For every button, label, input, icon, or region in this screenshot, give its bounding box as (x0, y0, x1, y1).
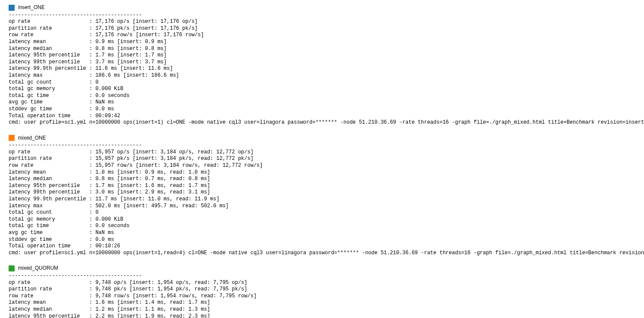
metric-label: latency mean (9, 299, 86, 306)
metric-separator: : (86, 286, 96, 292)
metric-label: latency 99.9th percentile (9, 196, 86, 202)
metric-label: latency 95th percentile (9, 313, 86, 318)
metric-label: Total operation time (9, 113, 86, 119)
metric-label: op rate (9, 149, 86, 155)
metric-label: total gc count (9, 79, 86, 85)
metric-separator: : (86, 46, 96, 52)
metric-separator: : (86, 176, 96, 182)
cmd-line: cmd: user profile=sc1.yml n=10000000 ops… (9, 119, 635, 126)
metric-separator: : (86, 25, 96, 31)
metric-row: total gc time : 0.0 seconds (9, 93, 635, 100)
metric-value: 0.0 ms (96, 106, 114, 112)
metric-separator: : (86, 99, 96, 105)
metric-separator: : (86, 306, 96, 312)
metric-row: partition rate : 15,957 pk/s [insert: 3,… (9, 156, 635, 162)
section-header: mixed_QUORUM (9, 265, 635, 272)
divider-dashes: ----------------------------------------… (9, 273, 635, 280)
metric-separator: : (86, 162, 96, 168)
metric-row: avg gc time : NaN ms (9, 99, 635, 106)
benchmark-report: insert_ONE------------------------------… (9, 4, 635, 318)
metric-value: 11.7 ms [insert: 11.0 ms, read: 11.9 ms] (96, 196, 220, 202)
metric-value: 0.000 KiB (96, 216, 124, 222)
metric-value: 00:10:26 (96, 243, 121, 249)
metric-row: Total operation time : 00:09:42 (9, 113, 635, 120)
metric-label: latency 99.9th percentile (9, 65, 86, 72)
metric-row: latency 99.9th percentile : 11.7 ms [ins… (9, 196, 635, 203)
metric-row: stddev gc time : 0.0 ms (9, 106, 635, 113)
metric-separator: : (86, 189, 96, 195)
metric-value: 11.6 ms [insert: 11.6 ms] (96, 65, 173, 72)
metric-label: latency 99th percentile (9, 189, 86, 195)
metric-value: 17,176 op/s [insert: 17,176 op/s] (96, 19, 198, 25)
section-title: insert_ONE (18, 4, 45, 11)
metric-value: 17,176 row/s [insert: 17,176 row/s] (96, 32, 204, 38)
metric-row: row rate : 17,176 row/s [insert: 17,176 … (9, 32, 635, 39)
metric-row: latency 95th percentile : 2.2 ms [insert… (9, 313, 635, 318)
metric-row: total gc memory : 0.000 KiB (9, 86, 635, 93)
metric-value: 1.2 ms [insert: 1.1 ms, read: 1.3 ms] (96, 306, 210, 312)
metric-label: total gc memory (9, 86, 86, 92)
metric-row: total gc count : 0 (9, 209, 635, 216)
metric-row: latency mean : 1.6 ms [insert: 1.4 ms, r… (9, 299, 635, 306)
metric-row: total gc time : 0.0 seconds (9, 223, 635, 230)
metric-value: 1.0 ms [insert: 0.9 ms, read: 1.0 ms] (96, 169, 210, 175)
cmd-line: cmd: user profile=sc1.yml n=10000000 ops… (9, 250, 635, 257)
metric-row: latency max : 502.0 ms [insert: 495.7 ms… (9, 203, 635, 210)
benchmark-section: mixed_QUORUM----------------------------… (9, 265, 635, 318)
metric-row: row rate : 9,748 row/s [insert: 1,954 ro… (9, 293, 635, 300)
metric-separator: : (86, 59, 96, 65)
section-title: mixed_ONE (18, 135, 46, 142)
metric-separator: : (86, 32, 96, 38)
metric-label: latency max (9, 72, 86, 78)
metric-row: total gc memory : 0.000 KiB (9, 216, 635, 223)
metric-label: stddev gc time (9, 106, 86, 112)
metric-separator: : (86, 183, 96, 189)
metric-separator: : (86, 39, 96, 45)
section-header: mixed_ONE (9, 135, 635, 142)
metric-row: latency mean : 1.0 ms [insert: 0.9 ms, r… (9, 169, 635, 176)
metric-label: avg gc time (9, 99, 86, 105)
metric-separator: : (86, 93, 96, 99)
metric-row: latency mean : 0.9 ms [insert: 0.9 ms] (9, 39, 635, 46)
metric-separator: : (86, 293, 96, 299)
metric-value: 0 (96, 79, 99, 85)
metric-separator: : (86, 86, 96, 92)
metric-separator: : (86, 313, 96, 318)
metric-row: Total operation time : 00:10:26 (9, 243, 635, 250)
metric-value: 2.2 ms [insert: 1.9 ms, read: 2.3 ms] (96, 313, 210, 318)
color-swatch-icon (9, 135, 15, 141)
metric-value: 00:09:42 (96, 113, 121, 119)
metric-label: total gc memory (9, 216, 86, 222)
metric-label: latency median (9, 306, 86, 312)
metric-separator: : (86, 72, 96, 78)
metric-value: 9,748 op/s [insert: 1,954 op/s, read: 7,… (96, 280, 248, 286)
metric-label: row rate (9, 162, 86, 168)
metric-separator: : (86, 237, 96, 243)
divider-dashes: ----------------------------------------… (9, 12, 635, 19)
metric-row: latency median : 0.8 ms [insert: 0.8 ms] (9, 46, 635, 53)
metric-label: latency 95th percentile (9, 52, 86, 58)
metric-separator: : (86, 169, 96, 175)
metric-value: 0.9 ms [insert: 0.9 ms] (96, 39, 167, 45)
metric-separator: : (86, 196, 96, 202)
metric-value: 1.6 ms [insert: 1.4 ms, read: 1.7 ms] (96, 299, 210, 306)
metric-label: total gc time (9, 223, 86, 229)
metric-value: 15,957 row/s [insert: 3,184 row/s, read:… (96, 162, 263, 168)
benchmark-section: insert_ONE------------------------------… (9, 4, 635, 126)
metric-row: stddev gc time : 0.0 ms (9, 237, 635, 243)
metric-value: 1.7 ms [insert: 1.7 ms] (96, 52, 167, 58)
metric-label: latency mean (9, 169, 86, 175)
divider-dashes: ----------------------------------------… (9, 142, 635, 149)
metric-value: 0.0 ms (96, 237, 114, 243)
metric-value: 0 (96, 209, 99, 215)
metric-label: Total operation time (9, 243, 86, 249)
metric-value: 0.0 seconds (96, 223, 130, 229)
metric-separator: : (86, 223, 96, 229)
metric-row: latency 99th percentile : 3.7 ms [insert… (9, 59, 635, 66)
section-title: mixed_QUORUM (18, 265, 58, 272)
metric-value: 186.6 ms [insert: 186.6 ms] (96, 72, 179, 78)
metric-label: op rate (9, 280, 86, 286)
metric-value: 0.0 seconds (96, 93, 130, 99)
metric-separator: : (86, 65, 96, 72)
metric-row: latency 95th percentile : 1.7 ms [insert… (9, 183, 635, 190)
